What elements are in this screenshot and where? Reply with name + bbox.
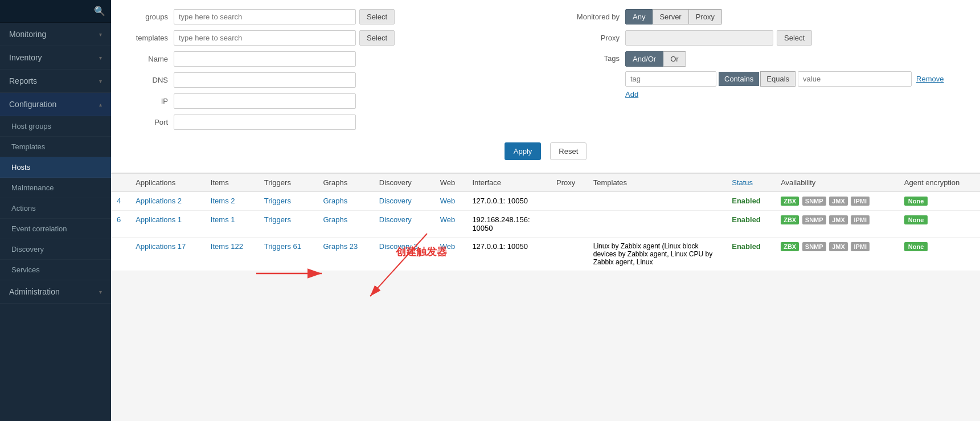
badge-zbx: ZBX bbox=[781, 197, 799, 206]
groups-input[interactable] bbox=[174, 9, 356, 24]
filter-row-templates: templates Select bbox=[122, 30, 534, 46]
dns-input[interactable] bbox=[174, 72, 356, 88]
proxy-select-button[interactable]: Select bbox=[777, 30, 812, 46]
host-graphs: Graphs 23 bbox=[318, 238, 374, 271]
sidebar-item-services-label: Services bbox=[11, 265, 40, 274]
col-header-discovery: Discovery bbox=[374, 174, 434, 192]
host-web: Web bbox=[434, 192, 467, 211]
name-label: Name bbox=[122, 55, 168, 63]
sidebar-item-discovery[interactable]: Discovery bbox=[0, 239, 111, 260]
sidebar-item-configuration[interactable]: Configuration ▴ bbox=[0, 93, 111, 116]
monitored-server-btn[interactable]: Server bbox=[653, 9, 688, 24]
host-templates bbox=[588, 192, 726, 211]
hosts-table-wrapper: Applications Items Triggers Graphs Disco… bbox=[111, 173, 980, 421]
sidebar-search-bar[interactable]: 🔍 bbox=[0, 0, 111, 23]
badge-zbx: ZBX bbox=[781, 242, 799, 251]
badge-zbx: ZBX bbox=[781, 215, 799, 224]
proxy-input[interactable] bbox=[625, 30, 773, 46]
chevron-up-icon: ▴ bbox=[99, 101, 102, 108]
filter-row-monitored-by: Monitored by Any Server Proxy bbox=[568, 9, 969, 24]
badge-snmp: SNMP bbox=[802, 242, 826, 251]
col-header-name bbox=[111, 174, 130, 192]
sidebar-item-maintenance[interactable]: Maintenance bbox=[0, 178, 111, 198]
tag-value-input[interactable] bbox=[798, 71, 912, 87]
host-proxy bbox=[551, 192, 588, 211]
monitored-by-label: Monitored by bbox=[568, 13, 620, 21]
tag-input[interactable] bbox=[625, 71, 716, 87]
dns-label: DNS bbox=[122, 76, 168, 84]
host-proxy bbox=[551, 238, 588, 271]
filter-row-tags: Tags And/Or Or Contains Equals Remove bbox=[568, 51, 969, 99]
tags-and-or-group: And/Or Or bbox=[625, 51, 944, 67]
templates-select-button[interactable]: Select bbox=[359, 30, 395, 46]
host-discovery: Discovery bbox=[374, 192, 434, 211]
apply-button[interactable]: Apply bbox=[505, 142, 542, 160]
sidebar-item-services[interactable]: Services bbox=[0, 260, 111, 280]
templates-label: templates bbox=[122, 34, 168, 42]
sidebar-item-actions[interactable]: Actions bbox=[0, 198, 111, 219]
port-input[interactable] bbox=[174, 115, 356, 130]
col-header-triggers: Triggers bbox=[259, 174, 318, 192]
host-availability: ZBX SNMP JMX IPMI bbox=[775, 211, 899, 238]
chevron-down-icon: ▾ bbox=[99, 78, 102, 84]
badge-snmp: SNMP bbox=[802, 197, 826, 206]
sidebar-item-discovery-label: Discovery bbox=[11, 245, 44, 254]
search-icon[interactable]: 🔍 bbox=[94, 6, 105, 17]
host-discovery: Discovery bbox=[374, 211, 434, 238]
sidebar-item-event-correlation[interactable]: Event correlation bbox=[0, 219, 111, 239]
col-header-encryption: Agent encryption bbox=[899, 174, 980, 192]
templates-input[interactable] bbox=[174, 30, 356, 46]
groups-select-button[interactable]: Select bbox=[359, 9, 395, 24]
host-name-prefix: 6 bbox=[111, 211, 130, 238]
col-header-graphs: Graphs bbox=[318, 174, 374, 192]
sidebar-item-inventory[interactable]: Inventory ▾ bbox=[0, 46, 111, 70]
host-items: Items 2 bbox=[205, 192, 259, 211]
name-input[interactable] bbox=[174, 51, 356, 67]
col-header-applications: Applications bbox=[130, 174, 205, 192]
sidebar-item-reports-label: Reports bbox=[9, 76, 37, 85]
sidebar-item-actions-label: Actions bbox=[11, 204, 36, 212]
host-items: Items 122 bbox=[205, 238, 259, 271]
badge-jmx: JMX bbox=[829, 215, 848, 224]
sidebar-item-templates-label: Templates bbox=[11, 142, 45, 151]
tags-or-btn[interactable]: Or bbox=[663, 51, 686, 67]
monitored-proxy-btn[interactable]: Proxy bbox=[689, 9, 722, 24]
sidebar-item-monitoring[interactable]: Monitoring ▾ bbox=[0, 23, 111, 46]
filter-row-port: Port bbox=[122, 115, 534, 130]
monitored-by-toggle-group: Any Server Proxy bbox=[625, 9, 722, 24]
col-header-proxy: Proxy bbox=[551, 174, 588, 192]
host-availability: ZBX SNMP JMX IPMI bbox=[775, 192, 899, 211]
host-applications: Applications 2 bbox=[130, 192, 205, 211]
equals-button[interactable]: Equals bbox=[760, 71, 796, 87]
host-name-prefix: 4 bbox=[111, 192, 130, 211]
ip-input[interactable] bbox=[174, 93, 356, 109]
host-interface: 127.0.0.1: 10050 bbox=[466, 192, 551, 211]
tags-and-or-btn[interactable]: And/Or bbox=[625, 51, 663, 67]
monitored-any-btn[interactable]: Any bbox=[625, 9, 653, 24]
host-discovery: Discovery 3 bbox=[374, 238, 434, 271]
table-row: Applications 17 Items 122 Triggers 61 Gr… bbox=[111, 238, 980, 271]
filter-row-name: Name bbox=[122, 51, 534, 67]
host-applications: Applications 17 bbox=[130, 238, 205, 271]
reset-button[interactable]: Reset bbox=[550, 142, 587, 160]
host-interface: 127.0.0.1: 10050 bbox=[466, 238, 551, 271]
host-availability: ZBX SNMP JMX IPMI bbox=[775, 238, 899, 271]
sidebar-item-host-groups[interactable]: Host groups bbox=[0, 116, 111, 137]
sidebar-item-administration-label: Administration bbox=[9, 287, 60, 296]
host-templates: Linux by Zabbix agent (Linux block devic… bbox=[588, 238, 726, 271]
filter-row-dns: DNS bbox=[122, 72, 534, 88]
badge-ipmi: IPMI bbox=[851, 242, 870, 251]
contains-button[interactable]: Contains bbox=[719, 72, 759, 86]
col-header-templates: Templates bbox=[588, 174, 726, 192]
table-row: 6 Applications 1 Items 1 Triggers Graphs… bbox=[111, 211, 980, 238]
badge-snmp: SNMP bbox=[802, 215, 826, 224]
add-tag-link[interactable]: Add bbox=[625, 90, 638, 99]
col-header-items: Items bbox=[205, 174, 259, 192]
sidebar-item-administration[interactable]: Administration ▾ bbox=[0, 280, 111, 304]
sidebar-item-reports[interactable]: Reports ▾ bbox=[0, 70, 111, 93]
sidebar-item-hosts[interactable]: Hosts bbox=[0, 157, 111, 178]
chevron-down-icon: ▾ bbox=[99, 289, 102, 295]
encryption-badge: None bbox=[904, 242, 928, 251]
sidebar-item-templates[interactable]: Templates bbox=[0, 137, 111, 157]
remove-tag-link[interactable]: Remove bbox=[916, 75, 944, 83]
